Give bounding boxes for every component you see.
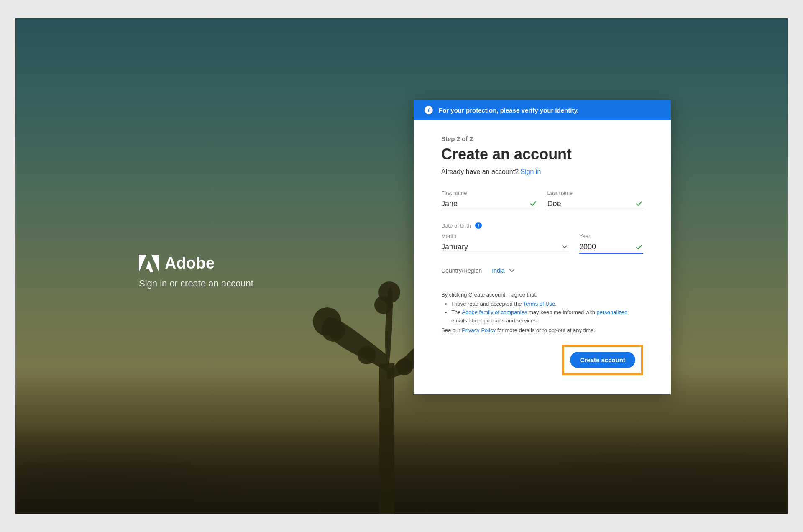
legal-bullet-marketing: The Adobe family of companies may keep m… [451, 308, 643, 325]
first-name-label: First name [441, 190, 537, 196]
brand-tagline: Sign in or create an account [139, 278, 253, 289]
brand-panel: Adobe Sign in or create an account [139, 254, 253, 289]
country-value: India [492, 267, 504, 274]
already-have-account-text: Already have an account? [441, 168, 520, 175]
svg-point-5 [378, 281, 400, 303]
sign-in-link[interactable]: Sign in [520, 168, 541, 175]
chevron-down-icon [509, 268, 515, 274]
legal-intro: By clicking Create account, I agree that… [441, 291, 643, 299]
legal-text: By clicking Create account, I agree that… [441, 291, 643, 335]
dob-row: Month Year [441, 233, 643, 254]
last-name-field: Last name [547, 190, 644, 210]
legal-footer: See our Privacy Policy for more details … [441, 326, 643, 335]
page-title: Create an account [441, 146, 643, 163]
button-row: Create account [441, 345, 643, 375]
svg-marker-9 [139, 255, 146, 272]
brand-name: Adobe [165, 254, 215, 272]
info-icon[interactable]: i [475, 222, 482, 229]
step-indicator: Step 2 of 2 [441, 135, 643, 142]
svg-point-6 [374, 296, 393, 314]
card-body: Step 2 of 2 Create an account Already ha… [414, 120, 671, 394]
verify-identity-banner: i For your protection, please verify you… [414, 100, 671, 120]
adobe-family-link[interactable]: Adobe family of companies [462, 309, 527, 315]
check-icon [530, 200, 537, 207]
first-name-field: First name [441, 190, 537, 210]
create-account-card: i For your protection, please verify you… [414, 100, 671, 394]
landscape-near [15, 422, 788, 514]
create-account-button[interactable]: Create account [570, 352, 635, 368]
svg-point-1 [313, 307, 341, 336]
dob-month-field: Month [441, 233, 569, 254]
dob-month-label: Month [441, 233, 569, 239]
adobe-logo-row: Adobe [139, 254, 253, 272]
country-row: Country/Region India [441, 267, 643, 274]
info-icon: i [425, 106, 433, 114]
dob-section-header: Date of birth i [441, 222, 643, 229]
signin-prompt: Already have an account? Sign in [441, 168, 643, 176]
country-label: Country/Region [441, 267, 482, 274]
check-icon [636, 244, 642, 251]
terms-of-use-link[interactable]: Terms of Use [523, 301, 555, 307]
svg-marker-10 [151, 255, 159, 272]
privacy-policy-link[interactable]: Privacy Policy [462, 327, 496, 333]
dob-month-select[interactable] [441, 241, 569, 253]
personalized-link[interactable]: personalized [597, 309, 628, 315]
check-icon [636, 200, 642, 207]
legal-bullet-terms: I have read and accepted the Terms of Us… [451, 300, 643, 308]
page-frame: Adobe Sign in or create an account i For… [15, 18, 788, 514]
dob-label: Date of birth [441, 223, 471, 229]
svg-marker-11 [146, 261, 153, 272]
dob-year-field: Year [579, 233, 643, 254]
first-name-input[interactable] [441, 198, 537, 210]
country-select[interactable]: India [492, 267, 514, 274]
dob-year-label: Year [579, 233, 643, 239]
last-name-label: Last name [547, 190, 644, 196]
dob-year-input[interactable] [579, 241, 643, 254]
verify-banner-text: For your protection, please verify your … [439, 107, 579, 114]
name-row: First name Last name [441, 190, 643, 210]
adobe-logo-icon [139, 255, 159, 272]
tutorial-highlight: Create account [562, 345, 643, 375]
last-name-input[interactable] [547, 198, 644, 210]
